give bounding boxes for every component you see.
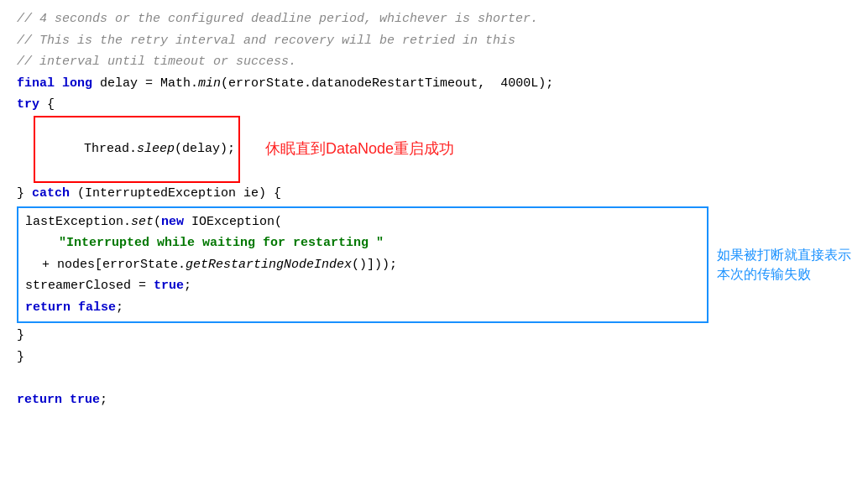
comment-line-3: // interval until timeout or success. (17, 51, 851, 73)
keyword-catch: catch (32, 183, 77, 205)
annotation-sleep: 休眠直到DataNode重启成功 (265, 136, 454, 162)
comment-text-1: // 4 seconds or the configured deadline … (17, 8, 538, 30)
catch-close-brace: } (17, 325, 24, 347)
catch-block-content: lastException.set(new IOException( "Inte… (17, 205, 709, 326)
try-brace: { (47, 94, 55, 116)
return-false-line: return false; (25, 297, 700, 319)
return-false-semi: ; (116, 297, 123, 319)
keyword-long: long (62, 73, 100, 95)
string-line: "Interrupted while waiting for restartin… (25, 232, 700, 254)
keyword-final: final (17, 73, 62, 95)
keyword-try: try (17, 94, 47, 116)
return-true-semi: ; (100, 389, 107, 411)
ioexception-code: IOException( (191, 211, 282, 233)
nodes-code: + nodes[errorState.getRestartingNodeInde… (42, 254, 397, 276)
try-close-line: } (17, 347, 851, 368)
keyword-new: new (161, 211, 191, 233)
last-exception-code: lastException.set( (25, 211, 161, 233)
comment-text-2: // This is the retry interval and recove… (17, 30, 515, 52)
comment-text-3: // interval until timeout or success. (17, 51, 296, 73)
catch-params: (InterruptedException ie) { (77, 183, 281, 205)
blank-line (17, 368, 851, 389)
blue-boxed-block: lastException.set(new IOException( "Inte… (17, 206, 709, 324)
return-true-line: return true; (17, 389, 851, 411)
code-block: // 4 seconds or the configured deadline … (17, 8, 851, 410)
comment-line-2: // This is the retry interval and recove… (17, 30, 851, 52)
string-interrupted: "Interrupted while waiting for restartin… (59, 232, 384, 254)
catch-close-line: } (17, 325, 851, 347)
try-line: try { (17, 94, 851, 116)
thread-text: Thread.sleep(delay); (84, 142, 235, 156)
streamer-line: streamerClosed = true; (25, 275, 700, 297)
catch-line: } catch (InterruptedException ie) { (17, 183, 851, 205)
streamer-semi: ; (184, 275, 191, 297)
keyword-true: true (154, 275, 184, 297)
catch-brace-close: } (17, 183, 32, 205)
delay-line: final long delay = Math.min(errorState.d… (17, 73, 851, 95)
keyword-return-false: return (25, 297, 78, 319)
delay-code: delay = Math.min(errorState.datanodeRest… (100, 73, 553, 95)
annotation-blue-side: 如果被打断就直接表示本次的传输失败 (709, 205, 851, 326)
streamer-code: streamerClosed = (25, 275, 154, 297)
last-exception-line: lastException.set(new IOException( (25, 211, 700, 233)
catch-block-outer: lastException.set(new IOException( "Inte… (17, 205, 851, 326)
try-close-brace: } (17, 347, 24, 368)
comment-line-1: // 4 seconds or the configured deadline … (17, 8, 851, 30)
nodes-line: + nodes[errorState.getRestartingNodeInde… (25, 254, 700, 276)
keyword-false: false (78, 297, 116, 319)
keyword-return-true: return (17, 389, 70, 411)
keyword-true-val: true (70, 389, 100, 411)
annotation-interrupted: 如果被打断就直接表示本次的传输失败 (717, 246, 851, 284)
thread-sleep-line: Thread.sleep(delay); 休眠直到DataNode重启成功 (17, 116, 851, 184)
red-boxed-code: Thread.sleep(delay); (34, 116, 240, 184)
